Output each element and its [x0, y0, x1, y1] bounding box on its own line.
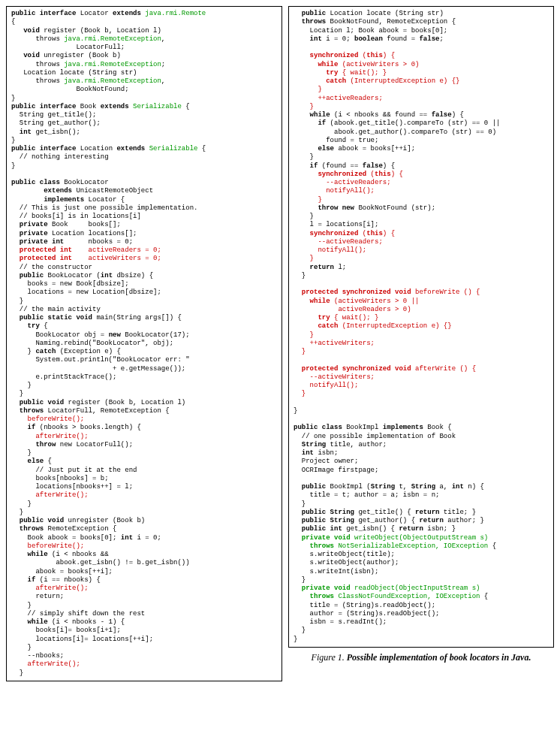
- figure-number: Figure 1.: [312, 652, 345, 663]
- left-code: public interface Locator extends java.rm…: [11, 10, 277, 678]
- right-column: public Location locate (String str) thro…: [288, 6, 554, 681]
- right-code: public Location locate (String str) thro…: [294, 10, 549, 644]
- right-code-panel: public Location locate (String str) thro…: [288, 6, 554, 648]
- left-code-panel: public interface Locator extends java.rm…: [6, 6, 282, 681]
- figure-title: Possible implementation of book locators…: [347, 652, 531, 663]
- code-columns: public interface Locator extends java.rm…: [6, 6, 554, 681]
- figure-caption: Figure 1. Possible implementation of boo…: [288, 652, 554, 663]
